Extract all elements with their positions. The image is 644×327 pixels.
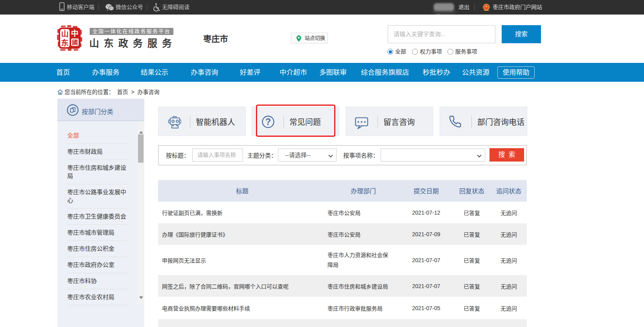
svg-text:中: 中 xyxy=(71,29,78,38)
svg-text:东: 东 xyxy=(61,39,68,47)
svg-text:國: 國 xyxy=(72,39,78,46)
svg-text:山: 山 xyxy=(61,30,68,38)
